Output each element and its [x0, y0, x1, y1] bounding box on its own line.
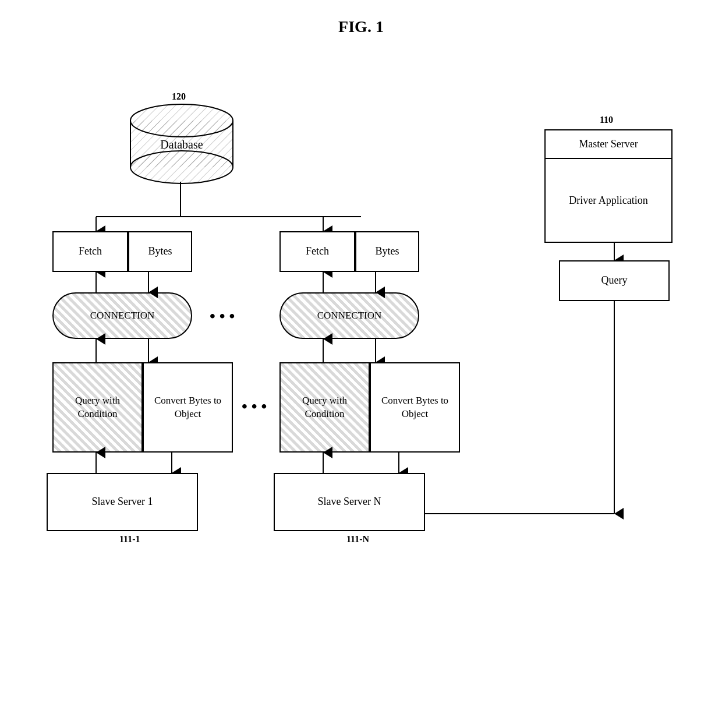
fetch-box-right: Fetch	[279, 231, 355, 272]
figure-title: FIG. 1	[0, 0, 722, 36]
convert-bytes-box-right: Convert Bytes to Object	[370, 362, 460, 453]
master-server-box: Master Server Driver Application	[544, 129, 673, 243]
connection-pill-left: CONNECTION	[52, 292, 192, 339]
driver-app-label: Driver Application	[546, 159, 671, 242]
master-number-label: 110	[600, 115, 613, 125]
connection-pill-right: CONNECTION	[279, 292, 419, 339]
query-box: Query	[559, 260, 670, 301]
diagram: 120 Database Fetch Bytes CONNECTION	[0, 48, 722, 728]
query-condition-box-right: Query with Condition	[279, 362, 370, 453]
query-condition-box-left: Query with Condition	[52, 362, 143, 453]
slave-server-n-box: Slave Server N	[274, 473, 425, 531]
dots-query: • • •	[242, 397, 267, 416]
bytes-box-left: Bytes	[128, 231, 192, 272]
slaveN-number: 111-N	[346, 534, 369, 545]
db-number-label: 120	[172, 91, 186, 102]
slave1-number: 111-1	[119, 534, 140, 545]
fetch-box-left: Fetch	[52, 231, 128, 272]
bytes-box-right: Bytes	[355, 231, 419, 272]
svg-point-30	[130, 151, 233, 183]
slave-server-1-box: Slave Server 1	[47, 473, 198, 531]
master-server-label: Master Server	[546, 130, 671, 159]
convert-bytes-box-left: Convert Bytes to Object	[143, 362, 233, 453]
dots-connection: • • •	[210, 307, 235, 326]
database-cylinder: Database	[128, 103, 236, 185]
svg-text:Database: Database	[160, 138, 203, 151]
